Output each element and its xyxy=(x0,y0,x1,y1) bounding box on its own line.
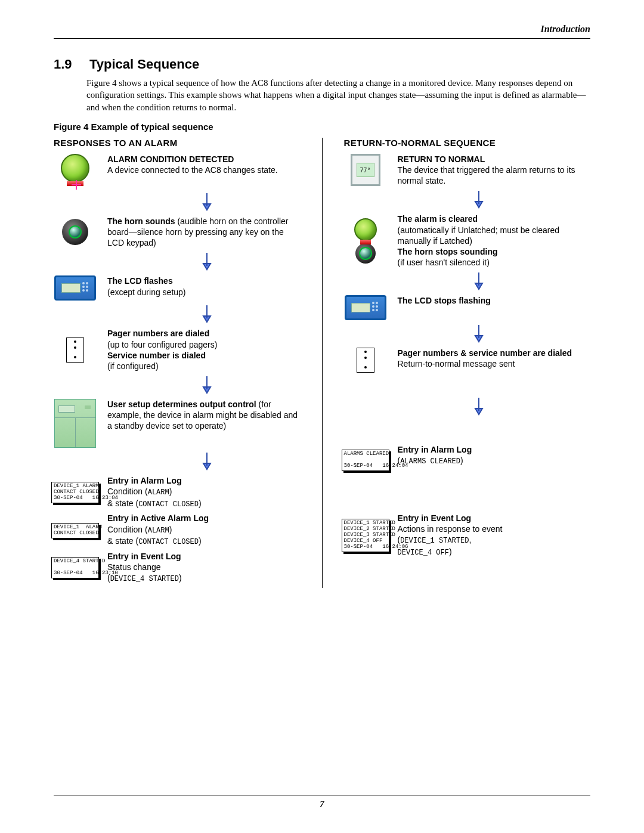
page-number: 7 xyxy=(54,799,590,809)
down-arrow-icon xyxy=(113,252,301,272)
step2-title: The horn sounds xyxy=(107,216,175,226)
step1-text: A device connected to the AC8 changes st… xyxy=(107,165,278,175)
alarm-light-icon xyxy=(61,154,89,182)
step4-text2: (if configured) xyxy=(107,361,159,371)
header-rule xyxy=(54,38,590,39)
rstep2-title1: The alarm is cleared xyxy=(398,214,478,224)
step4-text1: (up to four configured pagers) xyxy=(107,340,217,349)
horn-icon xyxy=(62,219,88,245)
step4-title1: Pager numbers are dialed xyxy=(107,329,209,338)
down-arrow-icon xyxy=(368,190,591,210)
rstep-return: 77° RETURN TO NORMALThe device that trig… xyxy=(344,154,591,187)
column-divider xyxy=(322,138,323,588)
rstep4-title: Pager numbers & service number are diale… xyxy=(398,348,572,358)
rstep-pager: Pager numbers & service number are diale… xyxy=(344,348,591,373)
pager-icon xyxy=(66,337,84,363)
step3-title: The LCD flashes xyxy=(107,276,173,286)
section-heading: 1.9Typical Sequence xyxy=(54,57,590,72)
step-alarm-log: DEVICE_1 ALARM CONTACT CLOSED 30-SEP-04 … xyxy=(54,475,301,509)
down-arrow-icon xyxy=(113,192,301,212)
down-arrow-icon xyxy=(368,271,591,292)
rstep1-title: RETURN TO NORMAL xyxy=(398,154,485,164)
step3-text: (except during setup) xyxy=(107,287,186,297)
log-box-3: DEVICE_4 STARTED 30-SEP-04 16:23:10 xyxy=(51,557,99,578)
rlog-box-1: ALARMS CLEARED 30-SEP-04 16:24:04 xyxy=(342,450,389,471)
intro-paragraph: Figure 4 shows a typical sequence of how… xyxy=(86,77,590,113)
rlog-box-2: DEVICE_1 STARTED DEVICE_2 STARTED DEVICE… xyxy=(342,519,389,552)
rstep3-title: The LCD stops flashing xyxy=(398,296,491,305)
horn-icon xyxy=(355,243,376,264)
thermostat-icon: 77° xyxy=(351,154,380,186)
step-lcd: The LCD flashes(except during setup) xyxy=(54,275,301,301)
header-section: Introduction xyxy=(54,24,590,35)
step-cabinet: User setup determines output control (fo… xyxy=(54,399,301,448)
rstep1-text: The device that triggered the alarm retu… xyxy=(398,165,575,185)
cabinet-icon xyxy=(54,399,96,448)
down-arrow-icon xyxy=(113,375,301,395)
down-arrow-icon xyxy=(368,397,591,417)
lcd-icon xyxy=(345,295,386,320)
rstep-event-log: DEVICE_1 STARTED DEVICE_2 STARTED DEVICE… xyxy=(344,513,591,558)
rstep2-title2: The horn stops sounding xyxy=(398,247,498,256)
page: Introduction 1.9Typical Sequence Figure … xyxy=(0,0,644,833)
right-column: RETURN-TO-NORMAL SEQUENCE 77° RETURN TO … xyxy=(344,138,591,588)
step8-title: Entry in Event Log xyxy=(107,552,181,561)
log-box-2: DEVICE_1 ALARM CONTACT CLOSED xyxy=(51,523,99,538)
footer: 7 xyxy=(54,795,590,809)
step-alarm-detected: ALARM CONDITION DETECTEDA device connect… xyxy=(54,154,301,188)
down-arrow-icon xyxy=(113,304,301,324)
step-active-alarm-log: DEVICE_1 ALARM CONTACT CLOSED Entry in A… xyxy=(54,513,301,547)
rstep2-text2: (if user hasn't silenced it) xyxy=(398,258,490,267)
step8-text: Status change xyxy=(107,562,161,572)
figure-caption: Figure 4 Example of typical sequence xyxy=(54,122,590,132)
step-pager: Pager numbers are dialed (up to four con… xyxy=(54,328,301,371)
step-horn: The horn sounds (audible horn on the con… xyxy=(54,216,301,249)
rstep-alarm-log: ALARMS CLEARED 30-SEP-04 16:24:04 Entry … xyxy=(344,444,591,476)
spark-icon xyxy=(73,181,80,188)
rstep-lcd: The LCD stops flashing xyxy=(344,295,591,320)
left-col-head: RESPONSES TO AN ALARM xyxy=(54,138,301,148)
footer-rule xyxy=(54,795,590,795)
figure-columns: RESPONSES TO AN ALARM ALARM CONDITION DE… xyxy=(54,138,590,588)
rstep2-text1: (automatically if Unlatched; must be cle… xyxy=(398,225,560,246)
rstep4-text: Return-to-normal message sent xyxy=(398,359,515,368)
section-title: Typical Sequence xyxy=(89,57,199,72)
step1-title: ALARM CONDITION DETECTED xyxy=(107,154,234,164)
lcd-icon xyxy=(54,275,96,301)
alarm-light-icon xyxy=(354,218,377,241)
step-event-log: DEVICE_4 STARTED 30-SEP-04 16:23:10 Entr… xyxy=(54,551,301,584)
section-number: 1.9 xyxy=(54,57,89,72)
rstep-cleared: The alarm is cleared (automatically if U… xyxy=(344,213,591,268)
rstep5-title: Entry in Alarm Log xyxy=(398,445,472,454)
rstep6-title: Entry in Event Log xyxy=(398,513,472,523)
right-col-head: RETURN-TO-NORMAL SEQUENCE xyxy=(344,138,591,148)
log-box-1: DEVICE_1 ALARM CONTACT CLOSED 30-SEP-04 … xyxy=(51,482,99,503)
down-arrow-icon xyxy=(368,324,591,344)
step6-title: Entry in Alarm Log xyxy=(107,476,182,485)
down-arrow-icon xyxy=(113,451,301,472)
step4-title2: Service number is dialed xyxy=(107,351,206,360)
step5-title: User setup determines output control xyxy=(107,400,256,409)
rstep6-text: Actions in response to event xyxy=(398,524,503,534)
pager-icon xyxy=(357,348,374,373)
left-column: RESPONSES TO AN ALARM ALARM CONDITION DE… xyxy=(54,138,301,588)
step7-title: Entry in Active Alarm Log xyxy=(107,513,209,523)
